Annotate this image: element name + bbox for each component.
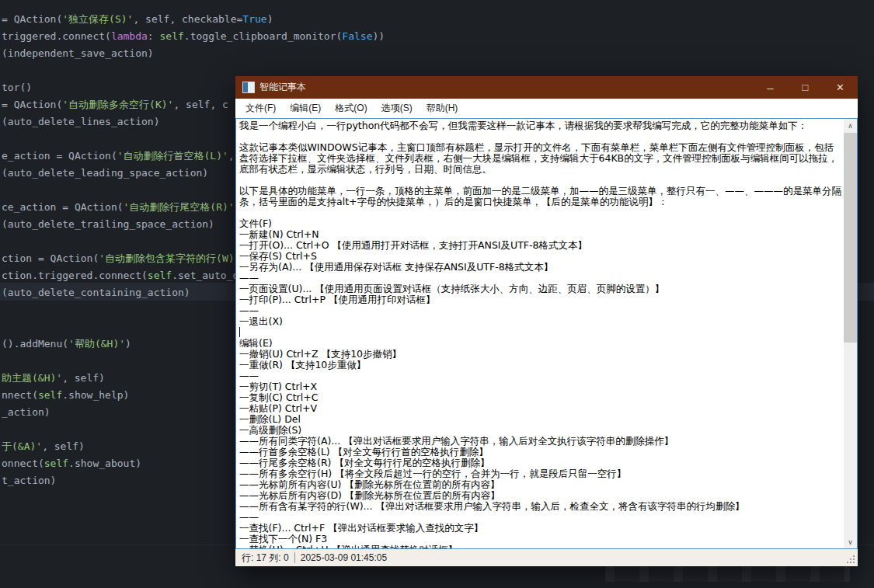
code-line: triggered.connect(lambda: self.toggle_cl… xyxy=(2,28,385,45)
scrollbar-thumb[interactable] xyxy=(844,133,857,343)
status-divider xyxy=(294,552,295,563)
background-panel xyxy=(605,566,850,582)
scroll-up-arrow[interactable]: ∧ xyxy=(844,119,857,132)
status-line-col: 行: 17 列: 0 xyxy=(242,551,289,565)
window-controls: – □ ✕ xyxy=(753,76,858,99)
code-line: = QAction('独立保存(S)', self, checkable=Tru… xyxy=(2,11,273,28)
code-line: ction.triggered.connect(self.set_auto_de xyxy=(2,267,245,284)
code-line: (auto_delete_containing_action) xyxy=(2,284,190,301)
code-line: t_action) xyxy=(2,472,56,489)
code-line: e_action = QAction('自动删除行首空格(L)', xyxy=(2,148,241,165)
text-cursor xyxy=(239,327,240,337)
code-line: ction = QAction('自动删除包含某字符的行(W) xyxy=(2,250,235,267)
close-button[interactable]: ✕ xyxy=(823,76,858,99)
title-bar[interactable]: 智能记事本 – □ ✕ xyxy=(235,76,858,99)
window-title: 智能记事本 xyxy=(259,81,306,94)
menu-item-4[interactable]: 帮助(H) xyxy=(420,99,465,118)
notepad-app-icon xyxy=(242,82,255,93)
code-line: (independent_save_action) xyxy=(2,45,154,62)
code-line: _action) xyxy=(2,404,50,421)
code-line: (auto_delete_trailing_space_action) xyxy=(2,216,214,233)
code-line: (auto_delete_leading_space_action) xyxy=(2,165,208,182)
code-line: ce_action = QAction('自动删除行尾空格(R)' xyxy=(2,199,235,216)
notepad-text-content[interactable]: 我是一个编程小白，一行python代码都不会写，但我需要这样一款记事本，请根据我… xyxy=(236,119,844,548)
menu-item-2[interactable]: 格式(O) xyxy=(328,99,374,118)
scroll-down-arrow[interactable]: ∨ xyxy=(844,535,857,548)
code-line: 助主题(&H)', self) xyxy=(2,370,105,387)
code-line: = QAction('自动删除多余空行(K)', self, c xyxy=(2,96,228,113)
vertical-scrollbar[interactable]: ∧ ∨ xyxy=(844,119,857,548)
menu-item-0[interactable]: 文件(F) xyxy=(239,99,283,118)
code-line: nnect(self.show_help) xyxy=(2,387,129,404)
menu-bar: 文件(F)编辑(E)格式(O)选项(S)帮助(H) xyxy=(235,99,858,118)
screen: = QAction('独立保存(S)', self, checkable=Tru… xyxy=(0,0,874,588)
status-datetime: 2025-03-09 01:45:05 xyxy=(301,552,387,563)
notepad-window: 智能记事本 – □ ✕ 文件(F)编辑(E)格式(O)选项(S)帮助(H) 我是… xyxy=(235,76,858,566)
resize-grip[interactable] xyxy=(853,562,855,563)
menu-item-3[interactable]: 选项(S) xyxy=(374,99,420,118)
maximize-button[interactable]: □ xyxy=(788,76,823,99)
status-bar: 行: 17 列: 0 2025-03-09 01:45:05 xyxy=(235,549,858,566)
scrollbar-track[interactable] xyxy=(844,132,857,535)
edit-area: 我是一个编程小白，一行python代码都不会写，但我需要这样一款记事本，请根据我… xyxy=(235,118,858,549)
code-line: 于(&A)', self) xyxy=(2,438,85,455)
code-line: tor() xyxy=(2,79,32,96)
code-line: ().addMenu('帮助(&H)') xyxy=(2,336,131,353)
code-line: onnect(self.show_about) xyxy=(2,455,141,472)
code-line: (auto_delete_lines_action) xyxy=(2,113,160,130)
menu-item-1[interactable]: 编辑(E) xyxy=(283,99,328,118)
